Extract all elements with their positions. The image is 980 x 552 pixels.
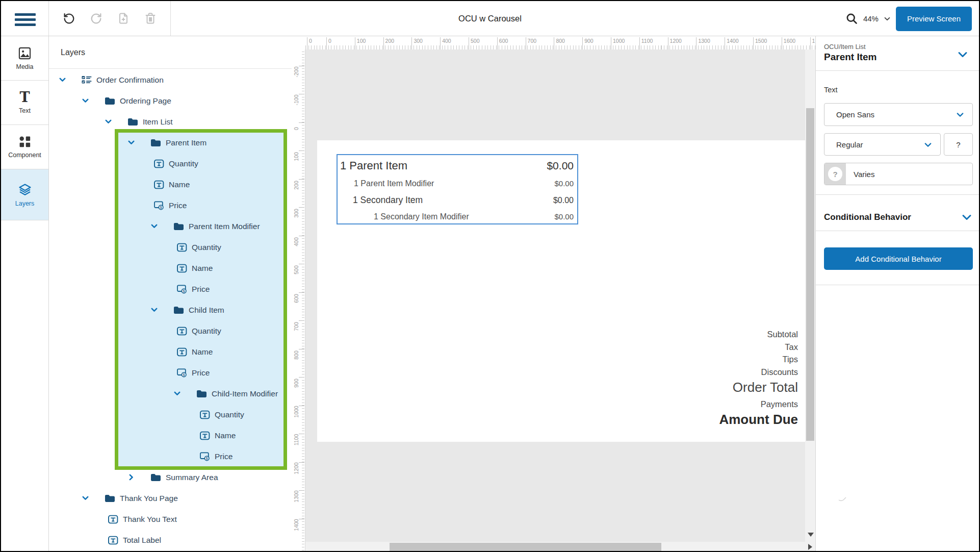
layer-row-price[interactable]: $Price xyxy=(49,362,292,383)
layer-row-thank-you-page[interactable]: Thank You Page xyxy=(49,488,292,509)
horizontal-scrollbar-thumb[interactable] xyxy=(390,543,661,551)
ruler-major-tick xyxy=(753,37,754,49)
layer-row-total-label[interactable]: Total Label xyxy=(49,530,292,550)
layer-row-item-list[interactable]: Item List xyxy=(49,111,292,132)
receipt-item-text: 1 Parent Item Modifier xyxy=(340,175,434,192)
chevron-down-icon[interactable] xyxy=(104,118,112,126)
layer-row-child-item[interactable]: Child Item xyxy=(49,299,292,320)
ruler-major-tick xyxy=(326,37,327,49)
chevron-down-icon[interactable] xyxy=(150,222,158,231)
ruler-label: 700 xyxy=(528,38,537,44)
layer-row-quantity[interactable]: Quantity xyxy=(49,320,292,341)
text-field-icon xyxy=(154,159,164,168)
new-page-button[interactable] xyxy=(115,10,132,27)
add-conditional-behavior-button[interactable]: Add Conditional Behavior xyxy=(824,247,973,270)
layer-label: Name xyxy=(192,264,213,273)
ruler-label: 800 xyxy=(293,346,299,364)
redo-button[interactable] xyxy=(88,10,105,27)
layer-row-child-item-modifier[interactable]: Child-Item Modifier xyxy=(49,383,292,404)
zoom-level-value[interactable]: 44% xyxy=(863,14,879,23)
item-list-selected-element[interactable]: 1 Parent Item$0.001 Parent Item Modifier… xyxy=(337,154,578,224)
design-canvas[interactable]: 1 Parent Item$0.001 Parent Item Modifier… xyxy=(305,49,815,552)
chevron-down-icon[interactable] xyxy=(81,494,89,503)
layer-label: Name xyxy=(215,431,236,440)
sidebar-item-label: Text xyxy=(19,107,31,114)
divider xyxy=(49,68,292,69)
chevron-down-icon xyxy=(956,110,965,121)
ruler-major-tick xyxy=(355,37,355,49)
summary-label: Order Total xyxy=(719,378,798,396)
chevron-down-icon[interactable] xyxy=(127,139,135,147)
layer-row-price[interactable]: $Price xyxy=(49,279,292,299)
layers-icon xyxy=(18,183,32,197)
preview-screen-button[interactable]: Preview Screen xyxy=(896,7,972,31)
layer-row-price[interactable]: $Price xyxy=(49,195,292,216)
layer-row-name[interactable]: Name xyxy=(49,258,292,279)
layer-row-quantity[interactable]: Quantity xyxy=(49,153,292,174)
ruler-label: 900 xyxy=(293,374,299,392)
summary-label: Discounts xyxy=(719,366,798,379)
unknown-color-icon: ? xyxy=(828,167,842,181)
text-color-field[interactable]: ? Varies xyxy=(824,163,973,185)
layer-row-thank-you-text[interactable]: Thank You Text xyxy=(49,509,292,530)
layer-row-name[interactable]: Name xyxy=(49,174,292,195)
chevron-down-icon[interactable] xyxy=(81,97,89,105)
sidebar-item-layers[interactable]: Layers xyxy=(1,169,48,220)
order-summary-labels[interactable]: SubtotalTaxTipsDiscountsOrder TotalPayme… xyxy=(719,328,798,428)
ruler-label: 500 xyxy=(471,38,480,44)
receipt-item-price: $0.00 xyxy=(554,175,574,192)
ruler-label: 1000 xyxy=(293,403,299,420)
layer-row-quantity[interactable]: Quantity xyxy=(49,237,292,258)
text-icon: T xyxy=(19,91,30,104)
ruler-label: 200 xyxy=(385,38,395,44)
horizontal-ruler: 0010020030040050060070080090010001100120… xyxy=(305,36,815,49)
sidebar-item-media[interactable]: Media xyxy=(1,36,48,81)
layer-row-order-confirmation[interactable]: Order Confirmation xyxy=(49,69,292,90)
scroll-down-arrow-icon[interactable] xyxy=(808,533,814,537)
zoom-search-icon[interactable] xyxy=(845,12,858,25)
folder-icon xyxy=(196,389,207,398)
receipt-line: 1 Parent Item Modifier$0.00 xyxy=(340,175,574,192)
scroll-right-arrow-icon[interactable] xyxy=(808,544,812,550)
font-family-select[interactable]: Open Sans xyxy=(824,103,973,126)
receipt-item-price: $0.00 xyxy=(547,156,574,175)
layer-row-ordering-page[interactable]: Ordering Page xyxy=(49,90,292,111)
ruler-major-tick xyxy=(299,434,304,434)
layer-label: Thank You Text xyxy=(123,515,177,524)
ruler-major-tick xyxy=(611,37,611,49)
ruler-major-tick xyxy=(383,37,384,49)
undo-button[interactable] xyxy=(61,10,78,27)
divider xyxy=(816,70,980,71)
collapse-section-chevron-icon[interactable] xyxy=(961,211,973,223)
chevron-right-icon[interactable] xyxy=(127,473,135,482)
sidebar-item-text[interactable]: TText xyxy=(1,81,48,125)
ruler-major-tick xyxy=(696,37,697,49)
ruler-label: 600 xyxy=(293,290,299,307)
zoom-chevron-down-icon[interactable] xyxy=(884,15,891,22)
ruler-major-tick xyxy=(526,37,526,49)
layer-row-price[interactable]: $Price xyxy=(49,446,292,467)
layer-row-parent-item-modifier[interactable]: Parent Item Modifier xyxy=(49,216,292,237)
layer-row-name[interactable]: Name xyxy=(49,341,292,362)
ruler-major-tick xyxy=(299,349,304,349)
layer-label: Total Label xyxy=(123,536,161,545)
hamburger-menu-button[interactable] xyxy=(1,1,49,36)
font-style-select[interactable]: Regular xyxy=(824,133,941,156)
layer-row-summary-area[interactable]: Summary Area xyxy=(49,467,292,488)
chevron-down-icon[interactable] xyxy=(58,76,66,84)
vertical-scrollbar-thumb[interactable] xyxy=(806,108,814,441)
folder-icon xyxy=(105,494,115,503)
delete-button[interactable] xyxy=(142,10,159,27)
chevron-down-icon[interactable] xyxy=(173,390,181,398)
color-swatch: ? xyxy=(824,163,846,185)
layer-row-name[interactable]: Name xyxy=(49,425,292,446)
layer-row-quantity[interactable]: Quantity xyxy=(49,404,292,425)
sidebar-item-component[interactable]: Component xyxy=(1,125,48,169)
chevron-down-icon[interactable] xyxy=(150,306,158,314)
screen-artboard[interactable]: 1 Parent Item$0.001 Parent Item Modifier… xyxy=(317,140,805,442)
collapse-section-chevron-icon[interactable] xyxy=(957,48,969,63)
layer-row-parent-item[interactable]: Parent Item xyxy=(49,132,292,153)
ruler-label: 1100 xyxy=(293,431,299,448)
ruler-label: 600 xyxy=(499,38,508,44)
font-size-field[interactable]: ? xyxy=(944,133,973,156)
